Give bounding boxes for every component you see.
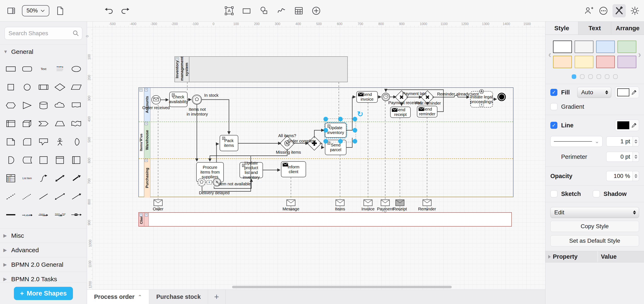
shadow-checkbox[interactable] [593, 190, 600, 197]
shape-actor[interactable] [52, 134, 68, 150]
shape-dotted-line[interactable] [19, 188, 35, 205]
shape-bidirectional-connector[interactable] [52, 188, 68, 205]
style-swatch-5[interactable] [574, 56, 594, 68]
shape-process[interactable] [35, 79, 52, 95]
shape-step[interactable] [35, 116, 52, 132]
property-header-cell[interactable]: Property [545, 251, 598, 262]
fill-checkbox[interactable]: ✓ [550, 89, 558, 96]
pager-dot-2[interactable] [588, 74, 593, 79]
redo-button[interactable] [120, 5, 130, 16]
perimeter-value[interactable]: 0 pt [606, 152, 633, 162]
shape-square[interactable] [2, 79, 19, 95]
horizontal-scrollbar[interactable] [232, 286, 452, 288]
style-swatch-6[interactable] [596, 56, 615, 68]
shape-container[interactable] [35, 152, 52, 168]
shape-bidirectional-arrow[interactable] [52, 170, 68, 186]
shape-callout[interactable] [35, 134, 52, 150]
shape-tape[interactable] [68, 116, 84, 132]
text-tool-button[interactable]: A [224, 5, 234, 16]
pager-dot-1[interactable] [580, 74, 584, 79]
sidebar-section-advanced[interactable]: ▶Advanced [0, 243, 87, 257]
presets-prev-icon[interactable]: ‹ [546, 50, 553, 59]
table-tool-button[interactable] [294, 5, 304, 16]
shape-ellipse[interactable] [68, 61, 84, 77]
search-shapes-input[interactable] [4, 27, 82, 40]
style-swatch-3[interactable] [618, 40, 636, 53]
presets-next-icon[interactable]: › [636, 50, 643, 59]
fill-mode-select[interactable]: Auto [577, 87, 611, 98]
pager-dot-0[interactable] [572, 74, 576, 79]
shape-message-arrow[interactable] [68, 207, 84, 223]
line-width-value[interactable]: 1 pt [606, 136, 633, 146]
style-swatch-0[interactable] [553, 40, 572, 53]
tab-text[interactable]: Text [578, 21, 611, 34]
shape-internal-storage[interactable] [2, 116, 19, 132]
line-style-select[interactable]: ⌄ [550, 136, 602, 147]
shape-link[interactable] [2, 207, 19, 223]
perimeter-arrows[interactable] [633, 152, 639, 162]
shape-list-item[interactable]: List Item [19, 170, 35, 186]
shape-hexagon[interactable] [2, 97, 19, 113]
shape-cube[interactable] [19, 116, 35, 132]
style-swatch-1[interactable] [574, 40, 594, 53]
sidebar-section-misc[interactable]: ▶Misc [0, 228, 87, 243]
shape-circle[interactable] [19, 79, 35, 95]
shape-triangle[interactable] [19, 97, 35, 113]
shape-card[interactable] [19, 134, 35, 150]
shape-arrow[interactable] [68, 170, 84, 186]
sketch-toggle-button[interactable] [612, 4, 626, 17]
more-shapes-button[interactable]: + More Shapes [14, 287, 73, 300]
page-tab-purchase-stock[interactable]: Purchase stock [149, 290, 208, 304]
shape-source-target-arrow[interactable]: SourceLabelTarget [52, 207, 68, 223]
zoom-select[interactable]: 50% [22, 5, 49, 16]
copy-style-button[interactable]: Copy Style [550, 221, 639, 232]
style-swatch-2[interactable] [596, 40, 615, 53]
rectangle-tool-button[interactable] [241, 5, 252, 16]
sketch-checkbox[interactable] [550, 190, 558, 197]
shape-cloud[interactable] [52, 97, 68, 113]
shape-diamond[interactable] [52, 79, 68, 95]
shape-textbox[interactable]: Heading [52, 61, 68, 77]
sidebar-toggle-button[interactable] [6, 5, 16, 16]
more-button[interactable] [598, 5, 609, 16]
pager-dot-4[interactable] [605, 74, 610, 79]
shape-vertical-container[interactable] [52, 152, 68, 168]
shape-line[interactable] [35, 188, 52, 205]
shape-data-storage[interactable] [19, 152, 35, 168]
fill-color-button[interactable] [615, 87, 639, 98]
shape-list[interactable]: ListItem 1Item 2Item 3 [2, 170, 19, 186]
new-page-button[interactable] [55, 5, 66, 16]
tab-style[interactable]: Style [545, 21, 578, 34]
shape-horizontal-container[interactable] [68, 152, 84, 168]
pager-dot-5[interactable] [613, 74, 618, 79]
shape-and[interactable] [2, 152, 19, 168]
shape-directional-connector[interactable] [68, 188, 84, 205]
shape-parallelogram[interactable] [68, 79, 84, 95]
theme-button[interactable] [630, 5, 640, 16]
sidebar-section-general[interactable]: ▼General [0, 44, 87, 59]
shape-curve[interactable] [35, 170, 52, 186]
add-page-button[interactable]: + [208, 290, 226, 304]
share-button[interactable] [584, 5, 594, 16]
set-default-style-button[interactable]: Set as Default Style [550, 235, 639, 247]
diagram-canvas[interactable]: Inventory management system−Items'R'us−A… [87, 21, 545, 290]
style-swatch-4[interactable] [553, 56, 572, 68]
gradient-checkbox[interactable] [550, 103, 558, 110]
freehand-tool-button[interactable] [276, 5, 287, 16]
shape-cylinder[interactable] [35, 97, 52, 113]
edit-style-select[interactable]: Edit [550, 207, 639, 218]
page-tab-process-order[interactable]: Process order⌃ [87, 290, 149, 304]
sidebar-section-bpmn-2-0-tasks[interactable]: ▶BPMN 2.0 Tasks [0, 272, 87, 283]
shape-dashed-line[interactable] [2, 188, 19, 205]
sidebar-section-bpmn-2-0-general[interactable]: ▶BPMN 2.0 General [0, 257, 87, 272]
shape-document[interactable] [68, 97, 84, 113]
shape-rounded-rectangle[interactable] [19, 61, 35, 77]
line-width-arrows[interactable] [633, 136, 639, 146]
add-shape-tool-button[interactable] [311, 5, 322, 16]
shape-tool-button[interactable] [258, 5, 269, 16]
line-color-button[interactable] [615, 119, 639, 131]
line-checkbox[interactable]: ✓ [550, 122, 558, 129]
opacity-arrows[interactable] [633, 171, 639, 181]
shape-rectangle[interactable] [2, 61, 19, 77]
shape-text[interactable]: Text [35, 61, 52, 77]
